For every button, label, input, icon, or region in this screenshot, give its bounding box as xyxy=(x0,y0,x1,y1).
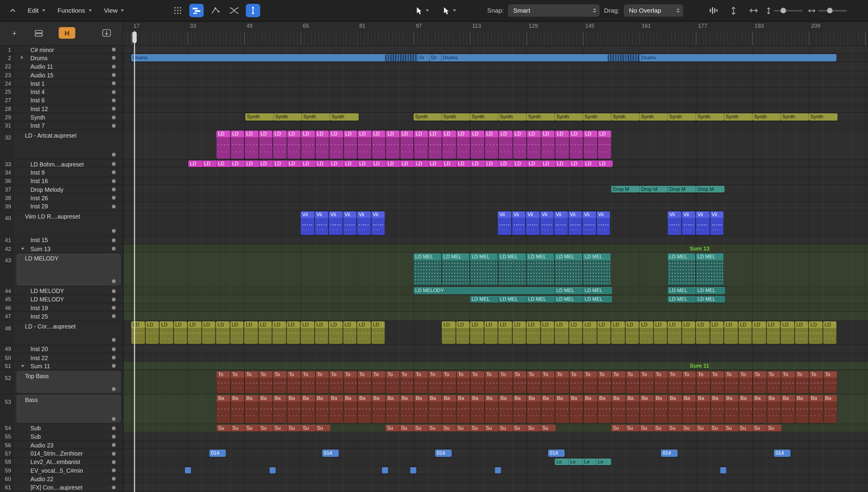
region-Vii[interactable]: Vii xyxy=(512,211,525,235)
region-Ba[interactable]: Ba xyxy=(245,395,258,423)
lane-55[interactable] xyxy=(123,433,868,441)
track-header-23[interactable]: 23Audio 15 xyxy=(0,71,123,79)
region-LD[interactable]: LD xyxy=(583,321,596,344)
region-Su[interactable]: Su xyxy=(231,424,246,432)
region-To[interactable]: To xyxy=(428,371,442,393)
region-LD[interactable]: LD xyxy=(485,161,500,167)
region-Su[interactable]: Su xyxy=(385,424,401,432)
region-LD[interactable]: LD xyxy=(216,130,230,159)
region-LD MEL[interactable]: LD MEL xyxy=(555,287,584,294)
region-To[interactable]: To xyxy=(781,371,795,393)
region-To[interactable]: To xyxy=(541,371,555,393)
region-To[interactable]: To xyxy=(386,371,399,393)
slider-knob[interactable] xyxy=(827,7,832,13)
region-LD MEL[interactable]: LD MEL xyxy=(583,287,612,294)
region-LD[interactable]: LD xyxy=(301,321,314,344)
region-LD[interactable]: LD xyxy=(485,130,498,159)
region-LD[interactable]: LD xyxy=(808,321,822,344)
catch-playhead-button[interactable] xyxy=(100,27,113,39)
region-LD MEL[interactable]: LD MEL xyxy=(470,296,499,303)
region-Su[interactable]: Su xyxy=(414,424,429,432)
region-Drop M[interactable]: Drop M xyxy=(639,186,668,193)
region-LD[interactable]: LD xyxy=(386,130,399,159)
region-Su[interactable]: Su xyxy=(287,424,302,432)
region-To[interactable]: To xyxy=(640,371,653,393)
region-LD[interactable]: LD xyxy=(584,161,599,167)
region-Synth[interactable]: Synth xyxy=(639,114,668,120)
region-Ba[interactable]: Ba xyxy=(442,395,456,423)
track-header-1[interactable]: 1C# minor xyxy=(0,46,123,54)
region-LD[interactable]: LD xyxy=(244,321,258,344)
region-loop-tail[interactable] xyxy=(608,54,640,62)
region-Su[interactable]: Su xyxy=(301,424,316,432)
region-Synth[interactable]: Synth xyxy=(470,114,499,120)
add-track-button[interactable]: + xyxy=(8,27,21,39)
track-dot[interactable] xyxy=(112,289,116,293)
track-dot[interactable] xyxy=(112,48,116,51)
region-Su[interactable]: Su xyxy=(738,424,753,432)
region-Ba[interactable]: Ba xyxy=(584,395,597,423)
region-Su[interactable]: Su xyxy=(724,424,739,432)
region-Drums[interactable]: Drums xyxy=(639,54,836,62)
region-LD[interactable]: LD xyxy=(752,321,766,344)
region-LD MEL[interactable]: LD MEL xyxy=(583,253,610,286)
region-LD[interactable]: LD xyxy=(188,321,201,344)
region-LD[interactable]: LD xyxy=(160,321,173,344)
region-LD[interactable]: LD xyxy=(569,321,582,344)
track-dot[interactable] xyxy=(112,179,116,183)
disclosure-icon[interactable] xyxy=(21,365,24,367)
region-LD[interactable]: LD xyxy=(258,321,272,344)
region-Su[interactable]: Su xyxy=(696,424,711,432)
region-LD[interactable]: LD xyxy=(724,321,737,344)
track-dot[interactable] xyxy=(112,73,116,77)
region-LD MEL[interactable]: LD MEL xyxy=(555,296,584,303)
region-LD[interactable]: LD xyxy=(400,130,414,159)
track-dot[interactable] xyxy=(112,417,116,421)
region-Su[interactable]: Su xyxy=(752,424,768,432)
region-Ba[interactable]: Ba xyxy=(428,395,442,423)
region-Su[interactable]: Su xyxy=(259,424,274,432)
region-To[interactable]: To xyxy=(739,371,752,393)
region-Synth[interactable]: Synth xyxy=(724,114,753,120)
region-Synth[interactable]: Synth xyxy=(696,114,725,120)
track-header-24[interactable]: 24Inst 1 xyxy=(0,79,123,88)
region-LD[interactable]: LD xyxy=(541,161,556,167)
region-Drop M[interactable]: Drop M xyxy=(667,186,697,193)
track-header-36[interactable]: 36Inst 16 xyxy=(0,177,123,185)
region-Synth[interactable]: Synth xyxy=(245,114,274,120)
region-LD[interactable]: LD xyxy=(823,321,836,344)
region-LD[interactable]: LD xyxy=(470,130,484,159)
track-dot[interactable] xyxy=(112,239,116,242)
region-clip[interactable] xyxy=(185,467,191,473)
track-header-46[interactable]: 46Inst 19 xyxy=(0,303,123,312)
region-Ba[interactable]: Ba xyxy=(273,395,287,423)
region-Vii[interactable]: Vii xyxy=(371,211,385,235)
region-LD[interactable]: LD xyxy=(456,130,470,159)
region-LD[interactable]: LD xyxy=(315,321,328,344)
track-dot[interactable] xyxy=(112,426,116,430)
region-To[interactable]: To xyxy=(358,371,371,393)
lane-42[interactable] xyxy=(123,245,868,253)
region-LD[interactable]: LD xyxy=(597,321,611,344)
track-header-39[interactable]: 39Inst 29 xyxy=(0,202,123,211)
track-header-57[interactable]: 57014_Strin...Zenhiser xyxy=(0,449,123,458)
track-dot[interactable] xyxy=(112,229,116,233)
region-Ba[interactable]: Ba xyxy=(654,395,667,423)
track-dot[interactable] xyxy=(112,452,116,456)
region-To[interactable]: To xyxy=(584,371,597,393)
region-To[interactable]: To xyxy=(499,371,512,393)
region-To[interactable]: To xyxy=(710,371,724,393)
lane-28[interactable] xyxy=(123,104,868,113)
region-LD MEL[interactable]: LD MEL xyxy=(498,296,527,303)
region-LD MEL[interactable]: LD MEL xyxy=(696,296,725,303)
region-LD[interactable]: LD xyxy=(611,321,625,344)
region-LD MEL[interactable]: LD MEL xyxy=(696,287,725,294)
region-Su[interactable]: Su xyxy=(625,424,641,432)
horizontal-auto-zoom-icon[interactable] xyxy=(746,4,761,17)
track-dot[interactable] xyxy=(112,279,116,283)
region-Le[interactable]: Le xyxy=(596,458,611,465)
automation-icon[interactable] xyxy=(208,4,223,17)
region-To[interactable]: To xyxy=(682,371,696,393)
region-Ba[interactable]: Ba xyxy=(358,395,371,423)
region-Ba[interactable]: Ba xyxy=(555,395,569,423)
